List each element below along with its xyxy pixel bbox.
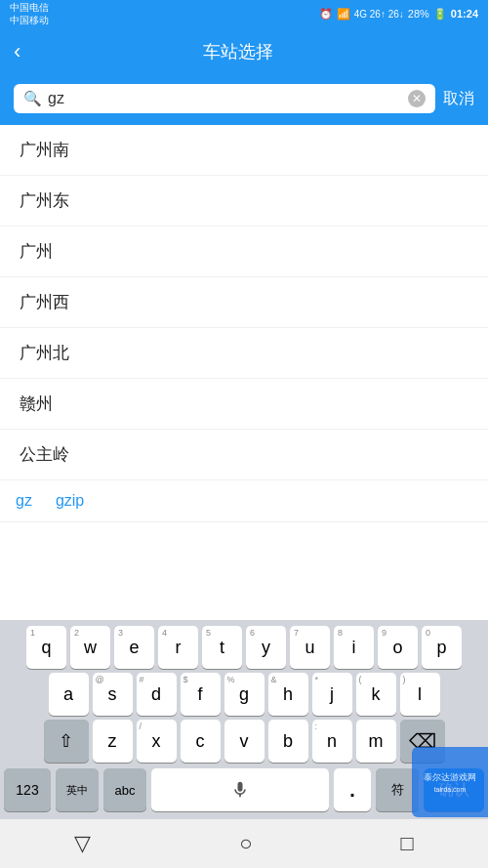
- key-w[interactable]: 2w: [70, 626, 110, 669]
- key-123[interactable]: 123: [4, 768, 51, 811]
- keyboard: 1q 2w 3e 4r 5t 6y 7u 8i 9o 0p a @s #d $f…: [0, 620, 488, 819]
- key-r[interactable]: 4r: [158, 626, 198, 669]
- station-item[interactable]: 赣州: [0, 379, 488, 430]
- key-p[interactable]: 0p: [422, 626, 462, 669]
- search-bar: 🔍 ✕ 取消: [0, 76, 488, 125]
- key-l[interactable]: )l: [400, 673, 440, 716]
- clear-button[interactable]: ✕: [408, 90, 426, 107]
- key-c[interactable]: c: [181, 720, 221, 763]
- key-d[interactable]: #d: [137, 673, 177, 716]
- key-f[interactable]: $f: [181, 673, 221, 716]
- nav-home-button[interactable]: ○: [220, 823, 271, 864]
- search-input-wrap: 🔍 ✕: [14, 84, 435, 113]
- key-e[interactable]: 3e: [114, 626, 154, 669]
- key-m[interactable]: m: [356, 720, 396, 763]
- key-abc[interactable]: abc: [103, 768, 146, 811]
- key-x[interactable]: /x: [137, 720, 177, 763]
- key-u[interactable]: 7u: [290, 626, 330, 669]
- delete-key[interactable]: ⌫: [400, 720, 445, 763]
- alarm-icon: ⏰: [319, 8, 333, 21]
- key-s[interactable]: @s: [93, 673, 133, 716]
- key-g[interactable]: %g: [224, 673, 264, 716]
- time-display: 01:24: [451, 8, 478, 20]
- key-k[interactable]: (k: [356, 673, 396, 716]
- cancel-button[interactable]: 取消: [443, 89, 474, 109]
- shift-key[interactable]: ⇧: [44, 720, 89, 763]
- keyboard-row-3: ⇧ z /x c v b :n m ⌫: [0, 718, 488, 765]
- battery-level: 28%: [408, 8, 429, 20]
- back-button[interactable]: ‹: [14, 41, 20, 62]
- station-item[interactable]: 广州北: [0, 328, 488, 379]
- carrier-info: 中国电信 中国移动: [10, 1, 49, 26]
- suggestions-row: gz gzip: [0, 480, 488, 522]
- key-h[interactable]: &h: [268, 673, 308, 716]
- keyboard-row-2: a @s #d $f %g &h *j (k )l: [0, 671, 488, 718]
- key-z[interactable]: z: [93, 720, 133, 763]
- suggestion-gzip[interactable]: gzip: [56, 492, 84, 510]
- navigation-bar: ▽ ○ □: [0, 819, 488, 868]
- station-item[interactable]: 广州东: [0, 176, 488, 227]
- key-space[interactable]: [151, 768, 329, 811]
- key-n[interactable]: :n: [312, 720, 352, 763]
- search-input[interactable]: [48, 90, 402, 107]
- key-i[interactable]: 8i: [334, 626, 374, 669]
- station-item[interactable]: 广州南: [0, 125, 488, 176]
- station-item[interactable]: 广州西: [0, 277, 488, 328]
- key-o[interactable]: 9o: [378, 626, 418, 669]
- key-t[interactable]: 5t: [202, 626, 242, 669]
- nav-back-button[interactable]: ▽: [55, 823, 110, 864]
- confirm-key[interactable]: 确认: [424, 768, 484, 811]
- key-y[interactable]: 6y: [246, 626, 286, 669]
- app-header: ‹ 车站选择: [0, 27, 488, 76]
- suggestion-gz[interactable]: gz: [16, 492, 32, 510]
- key-q[interactable]: 1q: [26, 626, 66, 669]
- status-icons: ⏰ 📶 4G 26↑ 26↓ 28% 🔋 01:24: [319, 8, 478, 21]
- station-list: 广州南 广州东 广州 广州西 广州北 赣州 公主岭: [0, 125, 488, 480]
- search-icon: 🔍: [23, 90, 42, 107]
- signal-icon: 4G 26↑ 26↓: [354, 9, 404, 20]
- key-language[interactable]: 英中: [56, 768, 99, 811]
- key-b[interactable]: b: [268, 720, 308, 763]
- station-item[interactable]: 广州: [0, 227, 488, 277]
- nav-recent-button[interactable]: □: [382, 823, 433, 864]
- key-special[interactable]: 符: [376, 768, 419, 811]
- key-a[interactable]: a: [49, 673, 89, 716]
- wifi-icon: 📶: [337, 8, 350, 21]
- mic-icon: [230, 780, 250, 800]
- key-v[interactable]: v: [224, 720, 264, 763]
- status-bar: 中国电信 中国移动 ⏰ 📶 4G 26↑ 26↓ 28% 🔋 01:24: [0, 0, 488, 27]
- keyboard-bottom-row: 123 英中 abc . 符 确认: [0, 765, 488, 819]
- page-title: 车站选择: [30, 40, 445, 63]
- station-item[interactable]: 公主岭: [0, 430, 488, 480]
- battery-icon: 🔋: [433, 8, 447, 21]
- keyboard-row-1: 1q 2w 3e 4r 5t 6y 7u 8i 9o 0p: [0, 620, 488, 671]
- key-j[interactable]: *j: [312, 673, 352, 716]
- key-dot[interactable]: .: [334, 768, 371, 811]
